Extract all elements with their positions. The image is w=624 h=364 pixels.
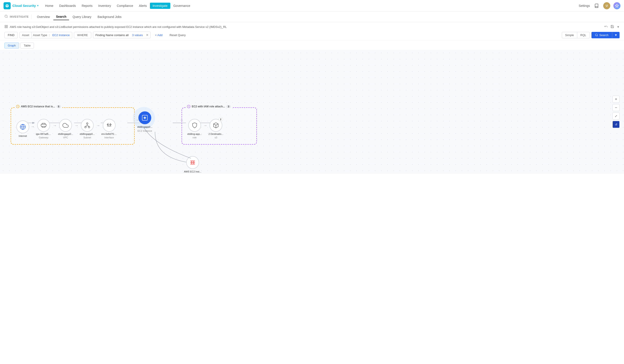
logo-icon[interactable] <box>3 2 11 9</box>
settings-link[interactable]: Settings <box>579 4 590 7</box>
query-description-bar: AWS role having s3:GetObject and s3:List… <box>4 25 620 29</box>
svg-point-1 <box>5 15 7 18</box>
node-s3-badge: 2 <box>219 117 223 122</box>
node-internet[interactable]: Internet <box>16 120 29 137</box>
node-vpc-sublabel: VPC <box>63 136 68 139</box>
table-view-button[interactable]: Table <box>20 43 34 49</box>
node-s3-wrap[interactable]: 2 2 Destinatio... s3 <box>208 119 223 139</box>
asset-type-filter: Asset Asset Type : EC2 Instance <box>20 32 72 38</box>
node-ec2-wrap[interactable]: ebillingapp0... EC2 Instance <box>137 111 152 132</box>
svg-point-17 <box>86 123 88 124</box>
node-misconfig-circle <box>186 156 199 169</box>
nav-item-governance[interactable]: Governance <box>171 3 193 9</box>
arrow-2: → <box>52 123 57 128</box>
node-misconfig-label: AWS EC2 inst... <box>184 170 201 173</box>
search-button-group: Search ▼ <box>592 32 620 38</box>
app-name[interactable]: Cloud Security ▼ <box>12 4 39 7</box>
left-group-count: 5 <box>56 105 61 108</box>
right-group-icon <box>187 105 190 108</box>
nav-item-home[interactable]: Home <box>43 3 56 9</box>
zoom-in-button[interactable]: + <box>612 96 620 103</box>
arrow-1: → <box>30 125 35 129</box>
nav-item-compliance[interactable]: Compliance <box>114 3 136 9</box>
reset-button[interactable]: Reset Query <box>167 32 188 38</box>
right-nodes-row: ebilling-app... role → 2 2 Destinatio...… <box>187 119 251 139</box>
svg-rect-4 <box>5 27 6 28</box>
nav-item-investigate[interactable]: Investigate <box>150 3 170 9</box>
node-interface-sublabel: Interface <box>104 136 114 139</box>
right-group-box: EC2 with IAM role attach... 3 ebilling-a… <box>182 107 257 145</box>
ec2-value[interactable]: EC2 Instance <box>50 32 72 38</box>
node-internet-label: Internet <box>19 135 27 137</box>
node-misconfiguration-wrap[interactable]: AWS EC2 inst... Misconfiguration <box>184 156 202 174</box>
zoom-out-button[interactable]: − <box>612 104 620 111</box>
sub-nav: INVESTIGATE Overview Search Query Librar… <box>0 11 624 22</box>
view-mode-toggle: Simple RQL <box>562 32 589 38</box>
right-group-title: EC2 with IAM role attach... <box>192 105 225 108</box>
node-role[interactable]: ebilling-app... role <box>187 119 202 139</box>
book-icon[interactable] <box>593 2 600 9</box>
asset-type-label: Asset Type <box>32 32 49 38</box>
node-ec2-circle <box>138 111 151 124</box>
node-interface-label: eni-0e8d7f19... <box>102 133 117 135</box>
tab-overview[interactable]: Overview <box>34 14 52 20</box>
simple-mode-button[interactable]: Simple <box>562 32 577 38</box>
nav-item-alerts[interactable]: Alerts <box>136 3 150 9</box>
svg-rect-3 <box>6 25 7 26</box>
investigate-section-label: INVESTIGATE <box>10 15 29 18</box>
node-igw-label: igw-087ad5f0... <box>36 133 51 135</box>
query-description-text: AWS role having s3:GetObject and s3:List… <box>10 25 227 28</box>
expand-icon[interactable]: ▼ <box>617 25 620 28</box>
svg-rect-16 <box>41 124 46 126</box>
reset-view-button[interactable]: ↺ <box>612 121 620 128</box>
right-group-count: 3 <box>226 105 231 108</box>
svg-point-18 <box>85 127 86 128</box>
node-interface[interactable]: eni-0e8d7f19... Interface <box>102 119 117 139</box>
node-vpc[interactable]: ebillingapp0... VPC <box>58 119 73 139</box>
zoom-controls: + − ⤢ ↺ <box>612 96 620 128</box>
arrow-5: → <box>203 123 208 128</box>
clear-filter-icon[interactable]: ✕ <box>144 32 150 38</box>
node-role-circle <box>188 119 201 132</box>
graph-view-button[interactable]: Graph <box>4 43 19 49</box>
add-button[interactable]: + Add <box>152 32 165 38</box>
rql-mode-button[interactable]: RQL <box>577 32 590 38</box>
find-button[interactable]: FIND <box>4 32 18 38</box>
query-area: AWS role having s3:GetObject and s3:List… <box>0 22 624 40</box>
node-subnet-circle <box>81 119 94 132</box>
fit-view-button[interactable]: ⤢ <box>612 112 620 120</box>
graph-canvas: AWS EC2 instance that is... 5 Internet → <box>0 50 624 174</box>
nav-item-dashboards[interactable]: Dashboards <box>56 3 78 9</box>
svg-point-19 <box>88 127 90 128</box>
asset-label[interactable]: Asset <box>20 32 32 38</box>
undo-icon[interactable] <box>604 25 608 29</box>
node-igw[interactable]: igw-087ad5f0... Gateway <box>36 119 51 139</box>
node-role-label: ebilling-app... <box>187 133 202 135</box>
nav-item-inventory[interactable]: Inventory <box>96 3 114 9</box>
tab-background-jobs[interactable]: Background Jobs <box>95 14 124 20</box>
node-vpc-circle <box>59 119 72 132</box>
tab-search[interactable]: Search <box>53 14 69 20</box>
search-button-icon <box>595 33 598 37</box>
svg-rect-2 <box>5 25 6 26</box>
nav-items: Home Dashboards Reports Inventory Compli… <box>43 3 577 9</box>
tab-query-library[interactable]: Query Library <box>70 14 94 20</box>
arrow-to-right-group: → <box>179 118 183 122</box>
node-igw-circle <box>37 119 50 132</box>
toolbar-icons: ▼ <box>604 25 620 29</box>
search-button[interactable]: Search <box>592 32 612 38</box>
svg-marker-0 <box>615 4 619 7</box>
nav-right: Settings U <box>579 2 621 9</box>
nav-item-reports[interactable]: Reports <box>79 3 95 9</box>
node-ec2-label: ebillingapp0... <box>137 126 152 128</box>
search-dropdown-button[interactable]: ▼ <box>612 32 620 38</box>
query-controls: FIND Asset Asset Type : EC2 Instance WHE… <box>4 32 620 38</box>
where-button[interactable]: WHERE <box>74 32 91 38</box>
top-nav: Cloud Security ▼ Home Dashboards Reports… <box>0 0 624 11</box>
node-subnet[interactable]: ebillingapp0... Subnet <box>80 119 95 139</box>
save-icon[interactable] <box>610 25 614 29</box>
avatar-icon[interactable]: U <box>603 2 610 9</box>
assistant-icon[interactable] <box>613 2 621 9</box>
values-count[interactable]: 3 values <box>131 32 144 38</box>
left-group-label: AWS EC2 instance that is... 5 <box>15 105 62 108</box>
